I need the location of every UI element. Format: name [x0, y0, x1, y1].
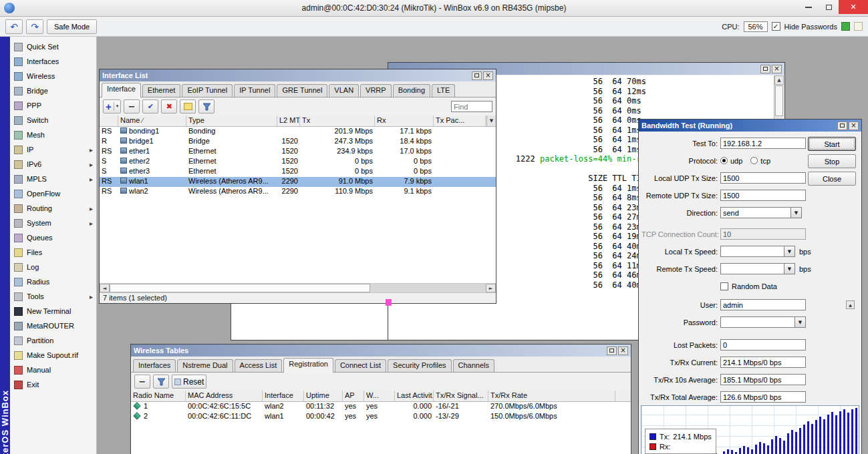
interface-row-bonding1[interactable]: RSbonding1Bonding201.9 Mbps17.1 kbps [100, 127, 496, 137]
direction-select[interactable] [720, 207, 791, 218]
column-header-radio-name[interactable]: Radio Name [131, 391, 186, 401]
tab-vlan[interactable]: VLAN [329, 84, 359, 97]
user-input[interactable] [720, 299, 806, 310]
sidebar-item-new-terminal[interactable]: New Terminal [10, 304, 96, 318]
registration-row-2[interactable]: 200:0C:42:6C:11:DCwlan100:00:42yesyes0.0… [131, 412, 631, 422]
column-header-uptime[interactable]: Uptime [304, 391, 343, 401]
sidebar-item-ip[interactable]: IP▸ [10, 142, 96, 157]
enable-interface-button[interactable]: ✔ [142, 99, 158, 114]
sidebar-item-mesh[interactable]: Mesh [10, 128, 96, 142]
close-app-button[interactable]: ✕ [839, 0, 868, 14]
sidebar-item-manual[interactable]: Manual [10, 363, 96, 377]
interface-list-close-button[interactable]: × [483, 71, 493, 80]
column-header-rx[interactable]: Rx [375, 116, 434, 126]
sidebar-item-tools[interactable]: Tools▸ [10, 289, 96, 304]
registration-row-1[interactable]: 100:0C:42:6C:15:5Cwlan200:11:32yesyes0.0… [131, 402, 631, 412]
direction-dropdown-icon[interactable]: ▼ [791, 207, 802, 218]
close-bandwidth-test-button[interactable]: Close [808, 172, 856, 186]
sidebar-item-queues[interactable]: Queues [10, 230, 96, 245]
column-header-tx-rx-rate[interactable]: Tx/Rx Rate [488, 391, 615, 401]
sidebar-item-routing[interactable]: Routing▸ [10, 201, 96, 216]
reset-button[interactable]: Reset [172, 375, 206, 389]
tab-interfaces[interactable]: Interfaces [133, 359, 176, 372]
sidebar-item-ppp[interactable]: PPP [10, 98, 96, 113]
column-header-mac-address[interactable]: MAC Address [186, 391, 263, 401]
add-interface-button[interactable]: + ▾ [103, 99, 121, 114]
column-header-ap[interactable]: AP [343, 391, 364, 401]
sidebar-item-openflow[interactable]: OpenFlow [10, 186, 96, 201]
interface-row-ether1[interactable]: RSether1Ethernet1520234.9 kbps17.0 kbps [100, 147, 496, 157]
tab-bonding[interactable]: Bonding [393, 84, 430, 97]
start-button[interactable]: Start [808, 137, 856, 151]
password-input[interactable] [720, 316, 795, 328]
tab-ip-tunnel[interactable]: IP Tunnel [234, 84, 275, 97]
bandwidth-test-window[interactable]: Bandwidth Test (Running) × Test To: Prot… [638, 119, 862, 454]
wireless-filter-button[interactable] [153, 375, 169, 389]
sidebar-item-system[interactable]: System▸ [10, 216, 96, 230]
tab-ethernet[interactable]: Ethernet [142, 84, 181, 97]
tab-registration[interactable]: Registration [283, 358, 333, 373]
interface-list-window[interactable]: Interface List × InterfaceEthernetEoIP T… [99, 69, 496, 304]
scroll-up-icon[interactable]: ▲ [774, 75, 784, 85]
column-header-flags[interactable] [100, 116, 118, 126]
sidebar-item-partition[interactable]: Partition [10, 333, 96, 348]
sidebar-item-switch[interactable]: Switch [10, 113, 96, 128]
bandwidth-test-maximize-button[interactable] [837, 122, 847, 130]
interface-hscrollbar[interactable]: ◄ ► [100, 283, 496, 292]
tab-lte[interactable]: LTE [432, 84, 455, 97]
disable-interface-button[interactable]: ✖ [161, 99, 177, 114]
scroll-left-icon[interactable]: ◄ [100, 284, 110, 292]
tab-eoip-tunnel[interactable]: EoIP Tunnel [182, 84, 233, 97]
column-header-w[interactable]: W... [364, 391, 395, 401]
tab-channels[interactable]: Channels [453, 359, 494, 372]
sidebar-item-wireless[interactable]: Wireless [10, 69, 96, 83]
hide-passwords-checkbox[interactable]: ✓ [772, 22, 780, 31]
tab-nstreme-dual[interactable]: Nstreme Dual [177, 359, 233, 372]
wireless-tables-maximize-button[interactable] [607, 347, 617, 355]
interface-row-ether3[interactable]: Sether3Ethernet15200 bps0 bps [100, 167, 496, 177]
remove-registration-button[interactable]: − [134, 375, 150, 389]
hscrollbar-track[interactable] [370, 284, 486, 292]
local-udp-size-input[interactable] [720, 172, 806, 184]
tab-gre-tunnel[interactable]: GRE Tunnel [277, 84, 327, 97]
app-titlebar[interactable]: admin@00:0C:42:D0:30:24 (MikroTik) - Win… [0, 0, 868, 17]
registration-table-body[interactable]: 100:0C:42:6C:15:5Cwlan200:11:32yesyes0.0… [131, 402, 631, 454]
bandwidth-test-titlebar[interactable]: Bandwidth Test (Running) × [639, 120, 861, 132]
terminal-maximize-button[interactable] [760, 65, 770, 73]
tab-connect-list[interactable]: Connect List [335, 359, 386, 372]
sidebar-item-exit[interactable]: Exit [10, 377, 96, 392]
column-header-tx-rx-signal[interactable]: Tx/Rx Signal... [434, 391, 488, 401]
protocol-tcp-radio[interactable] [750, 157, 758, 164]
column-header-last-activit[interactable]: Last Activit... [395, 391, 434, 401]
comment-button[interactable] [180, 99, 196, 114]
wireless-tables-titlebar[interactable]: Wireless Tables × [131, 345, 631, 357]
remove-interface-button[interactable]: − [124, 99, 140, 114]
safe-mode-button[interactable]: Safe Mode [47, 19, 97, 34]
maximize-button[interactable] [819, 0, 839, 14]
undo-button[interactable]: ↶ [5, 19, 23, 34]
find-input[interactable] [451, 101, 492, 112]
stop-button[interactable]: Stop [808, 154, 856, 168]
scroll-right-icon[interactable]: ► [486, 284, 496, 292]
remote-tx-speed-dropdown-icon[interactable]: ▼ [784, 263, 795, 274]
sidebar-item-mpls[interactable]: MPLS▸ [10, 172, 96, 186]
wireless-tables-close-button[interactable]: × [618, 347, 628, 355]
interface-list-maximize-button[interactable] [472, 71, 482, 80]
interface-row-ether2[interactable]: Sether2Ethernet15200 bps0 bps [100, 157, 496, 167]
column-header-tx-pac[interactable]: Tx Pac... [434, 116, 486, 126]
local-tx-speed-dropdown-icon[interactable]: ▼ [784, 246, 795, 257]
sidebar-item-log[interactable]: Log [10, 260, 96, 274]
interface-row-wlan2[interactable]: RSwlan2Wireless (Atheros AR9...2290110.9… [100, 187, 496, 197]
interface-table-body[interactable]: RSbonding1Bonding201.9 Mbps17.1 kbpsRbri… [100, 127, 496, 283]
column-select-button[interactable]: ▼ [486, 116, 496, 126]
sidebar-item-ipv6[interactable]: IPv6▸ [10, 157, 96, 172]
column-header-interface[interactable]: Interface [263, 391, 304, 401]
password-dropdown-icon[interactable]: ▼ [795, 316, 806, 328]
bandwidth-test-close-button[interactable]: × [849, 122, 859, 130]
redo-button[interactable]: ↷ [26, 19, 43, 34]
sidebar-item-files[interactable]: Files [10, 245, 96, 260]
remote-udp-size-input[interactable] [720, 190, 806, 201]
minimize-button[interactable] [799, 0, 819, 14]
column-header-tx[interactable]: Tx [300, 116, 375, 126]
local-tx-speed-input[interactable] [720, 246, 784, 257]
